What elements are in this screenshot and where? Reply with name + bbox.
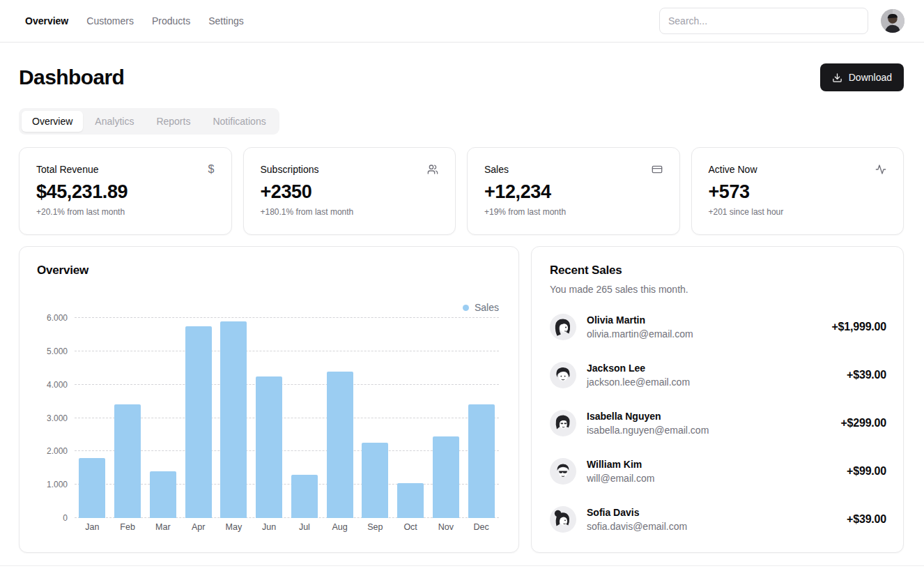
stat-card-subscriptions: Subscriptions +2350 +180.1% from last mo… xyxy=(243,147,456,235)
bar-nov[interactable] xyxy=(433,436,459,518)
recent-sales-title: Recent Sales xyxy=(550,264,886,277)
credit-card-icon xyxy=(652,164,663,175)
download-icon xyxy=(832,73,842,83)
sale-amount: +$1,999.00 xyxy=(831,321,886,333)
stat-title: Active Now xyxy=(709,164,757,175)
user-avatar[interactable] xyxy=(881,9,904,33)
stats-row: Total Revenue $ $45,231.89 +20.1% from l… xyxy=(19,147,904,235)
chart-x-tick-label: Jun xyxy=(252,522,287,532)
stat-card-sales: Sales +12,234 +19% from last month xyxy=(467,147,680,235)
woman-short-dark-avatar-icon xyxy=(550,410,576,436)
dashboard-tabs: Overview Analytics Reports Notifications xyxy=(19,108,279,135)
users-icon xyxy=(427,164,438,175)
chart-x-tick-label: Nov xyxy=(429,522,464,532)
chart-y-tick-label: 5.000 xyxy=(37,347,68,356)
chart-y-tick-label: 2.000 xyxy=(37,446,68,456)
bar-mar[interactable] xyxy=(150,471,176,518)
customer-name: Jackson Lee xyxy=(587,363,690,374)
tab-notifications[interactable]: Notifications xyxy=(202,111,276,132)
bar-sep[interactable] xyxy=(362,443,388,518)
recent-sales-list: Olivia Martin olivia.martin@email.com +$… xyxy=(550,314,886,533)
nav-item-products[interactable]: Products xyxy=(152,15,190,26)
chart-x-tick-label: Jul xyxy=(287,522,323,532)
chart-legend: Sales xyxy=(37,301,499,314)
activity-icon xyxy=(875,164,886,175)
stat-change: +20.1% from last month xyxy=(36,207,215,217)
bar-jul[interactable] xyxy=(291,475,318,518)
bar-jan[interactable] xyxy=(79,458,105,518)
chart-x-tick-label: Feb xyxy=(110,522,146,532)
bar-aug[interactable] xyxy=(327,372,353,518)
tab-reports[interactable]: Reports xyxy=(146,111,201,132)
search-input[interactable] xyxy=(659,8,868,34)
chart-x-axis: JanFebMarAprMayJunJulAugSepOctNovDec xyxy=(75,522,499,532)
customer-name: Olivia Martin xyxy=(587,314,693,326)
legend-label-sales: Sales xyxy=(475,302,499,313)
customer-email: sofia.davis@email.com xyxy=(587,521,687,532)
customer-name: Isabella Nguyen xyxy=(587,411,709,422)
man-short-hair-avatar-icon xyxy=(550,362,576,388)
chart-x-tick-label: May xyxy=(216,522,252,532)
nav-item-customers[interactable]: Customers xyxy=(86,15,134,26)
stat-title: Sales xyxy=(484,164,509,175)
tab-analytics[interactable]: Analytics xyxy=(84,111,144,132)
nav-item-overview[interactable]: Overview xyxy=(25,15,68,26)
stat-change: +180.1% from last month xyxy=(261,207,439,217)
stat-value: +12,234 xyxy=(484,181,663,203)
bar-apr[interactable] xyxy=(185,326,212,518)
legend-dot-sales xyxy=(463,305,469,311)
sale-list-item[interactable]: Olivia Martin olivia.martin@email.com +$… xyxy=(550,314,886,340)
chart-x-tick-label: Dec xyxy=(463,522,499,532)
chart-y-tick-label: 1.000 xyxy=(37,480,68,489)
woman-bob-avatar-icon xyxy=(550,314,576,340)
sale-list-item[interactable]: Jackson Lee jackson.lee@email.com +$39.0… xyxy=(550,362,886,388)
chart-x-tick-label: Jan xyxy=(75,522,110,532)
chart-y-tick-label: 3.000 xyxy=(37,413,68,423)
sale-list-item[interactable]: Sofia Davis sofia.davis@email.com +$39.0… xyxy=(550,506,886,533)
stat-change: +201 since last hour xyxy=(709,207,887,217)
customer-email: isabella.nguyen@email.com xyxy=(587,425,709,436)
overview-chart-card: Overview Sales 01.0002.0003.0004.0005.00… xyxy=(19,246,519,553)
woman-ponytail-avatar-icon xyxy=(550,506,576,533)
bar-oct[interactable] xyxy=(397,483,424,518)
chart-x-tick-label: Oct xyxy=(393,522,429,532)
stat-value: +573 xyxy=(709,181,887,203)
chart-y-tick-label: 0 xyxy=(37,513,68,523)
dollar-icon: $ xyxy=(208,164,215,175)
recent-sales-subtitle: You made 265 sales this month. xyxy=(550,284,886,295)
tab-overview[interactable]: Overview xyxy=(22,111,83,132)
bar-chart: 01.0002.0003.0004.0005.0006.000 xyxy=(75,318,499,518)
customer-email: jackson.lee@email.com xyxy=(587,376,690,388)
chart-x-tick-label: Sep xyxy=(357,522,393,532)
page-bottom-divider xyxy=(0,565,924,566)
customer-name: Sofia Davis xyxy=(587,507,687,518)
recent-sales-card: Recent Sales You made 265 sales this mon… xyxy=(531,246,904,553)
sale-amount: +$39.00 xyxy=(847,369,886,381)
nav-item-settings[interactable]: Settings xyxy=(208,15,244,26)
download-button[interactable]: Download xyxy=(820,63,904,91)
sale-amount: +$99.00 xyxy=(847,465,886,478)
chart-x-tick-label: Apr xyxy=(180,522,216,532)
bar-may[interactable] xyxy=(220,321,247,518)
sale-list-item[interactable]: Isabella Nguyen isabella.nguyen@email.co… xyxy=(550,410,886,436)
customer-email: will@email.com xyxy=(587,473,654,484)
dashboard-page: Dashboard Download Overview Analytics Re… xyxy=(0,43,924,553)
stat-change: +19% from last month xyxy=(484,207,663,217)
stat-card-active-now: Active Now +573 +201 since last hour xyxy=(691,147,904,235)
page-title: Dashboard xyxy=(19,66,124,89)
bar-dec[interactable] xyxy=(468,404,495,518)
chart-y-tick-label: 6.000 xyxy=(37,313,68,323)
chart-x-tick-label: Mar xyxy=(146,522,181,532)
main-nav: Overview Customers Products Settings xyxy=(25,15,244,26)
customer-email: olivia.martin@email.com xyxy=(587,328,693,340)
stat-title: Subscriptions xyxy=(261,164,319,175)
chart-y-tick-label: 4.000 xyxy=(37,380,68,390)
user-photo-icon xyxy=(881,9,904,33)
top-navigation-bar: Overview Customers Products Settings xyxy=(0,0,924,43)
chart-bars xyxy=(75,318,499,518)
sale-list-item[interactable]: William Kim will@email.com +$99.00 xyxy=(550,458,886,485)
man-sunglasses-avatar-icon xyxy=(550,458,576,485)
bar-jun[interactable] xyxy=(256,376,282,518)
bar-feb[interactable] xyxy=(114,404,141,518)
stat-card-total-revenue: Total Revenue $ $45,231.89 +20.1% from l… xyxy=(19,147,232,235)
